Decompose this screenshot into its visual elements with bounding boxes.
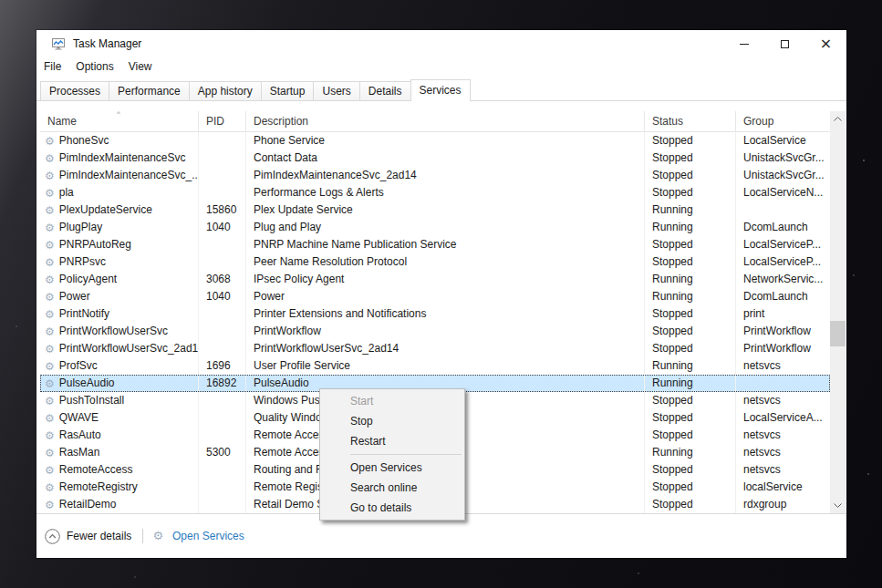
service-status-cell: Stopped (645, 392, 736, 409)
menu-item-view[interactable]: View (129, 57, 161, 77)
service-status-cell: Running (645, 219, 736, 236)
service-group-cell: LocalServiceN... (736, 184, 830, 201)
column-header-group[interactable]: Group (736, 111, 830, 132)
table-row[interactable]: ⚙PlexUpdateService15860Plex Update Servi… (40, 201, 830, 219)
table-row[interactable]: ⚙PrintNotifyPrinter Extensions and Notif… (40, 305, 830, 323)
column-header-status[interactable]: Status (645, 111, 736, 132)
menu-bar: FileOptionsView (36, 57, 846, 77)
service-group-cell: netsvcs (736, 444, 830, 461)
service-name: pla (59, 184, 74, 201)
gear-icon: ⚙ (45, 361, 55, 372)
service-name-cell: ⚙RemoteAccess (40, 461, 199, 479)
menu-item-options[interactable]: Options (76, 57, 121, 77)
gear-icon: ⚙ (152, 531, 163, 542)
gear-icon: ⚙ (45, 344, 55, 355)
minimize-icon (740, 44, 749, 45)
service-name: QWAVE (59, 409, 99, 427)
tab-startup[interactable]: Startup (261, 81, 315, 100)
vertical-scrollbar[interactable] (830, 111, 846, 513)
table-row[interactable]: ⚙PrintWorkflowUserSvc_2ad14PrintWorkflow… (40, 340, 830, 357)
service-name: PrintWorkflowUserSvc_2ad14 (59, 340, 199, 357)
service-status-cell: Stopped (645, 150, 736, 167)
service-pid-cell (199, 461, 246, 479)
open-services-link[interactable]: ⚙ Open Services (152, 530, 244, 542)
maximize-button[interactable] (764, 30, 805, 57)
service-pid-cell (199, 305, 246, 323)
gear-icon: ⚙ (45, 153, 55, 164)
table-row[interactable]: ⚙PimIndexMaintenanceSvc_...PimIndexMaint… (40, 167, 830, 184)
scroll-up-icon[interactable] (830, 111, 846, 127)
table-row[interactable]: ⚙Power1040PowerRunningDcomLaunch (40, 288, 830, 305)
gear-icon: ⚙ (45, 465, 55, 476)
service-name: PrintNotify (59, 305, 109, 323)
service-name-cell: ⚙RemoteRegistry (40, 479, 199, 496)
column-header-pid[interactable]: PID (199, 111, 246, 132)
service-group-cell: LocalServiceP... (736, 253, 830, 271)
table-row[interactable]: ⚙PlugPlay1040Plug and PlayRunningDcomLau… (40, 219, 830, 236)
service-description-cell: Peer Name Resolution Protocol (246, 253, 645, 271)
service-name: PimIndexMaintenanceSvc (59, 150, 186, 167)
tab-processes[interactable]: Processes (40, 81, 109, 100)
table-row[interactable]: ⚙PNRPAutoRegPNRP Machine Name Publicatio… (40, 236, 830, 253)
service-description-cell: Performance Logs & Alerts (246, 184, 645, 201)
service-description-cell: Plug and Play (246, 219, 645, 236)
minimize-button[interactable] (723, 30, 764, 57)
context-menu-item-search-online[interactable]: Search online (320, 478, 464, 498)
service-group-cell: LocalService (736, 132, 830, 150)
service-status-cell: Stopped (645, 496, 736, 513)
gear-icon: ⚙ (45, 500, 55, 511)
service-name-cell: ⚙RetailDemo (40, 496, 199, 513)
table-row[interactable]: ⚙PolicyAgent3068IPsec Policy AgentRunnin… (40, 271, 830, 288)
context-menu-item-go-to-details[interactable]: Go to details (320, 498, 464, 518)
table-row[interactable]: ⚙PimIndexMaintenanceSvcContact DataStopp… (40, 150, 830, 167)
service-name-cell: ⚙PimIndexMaintenanceSvc_... (40, 167, 199, 184)
table-row[interactable]: ⚙PhoneSvcPhone ServiceStoppedLocalServic… (40, 132, 830, 150)
service-pid-cell: 1040 (199, 288, 246, 305)
fewer-details-label: Fewer details (67, 530, 131, 542)
table-row[interactable]: ⚙PNRPsvcPeer Name Resolution ProtocolSto… (40, 253, 830, 271)
service-group-cell: print (736, 305, 830, 323)
context-menu-item-stop[interactable]: Stop (320, 411, 464, 431)
tab-services[interactable]: Services (410, 79, 471, 101)
service-pid-cell (199, 132, 246, 150)
column-header-description[interactable]: Description (246, 111, 645, 132)
tab-details[interactable]: Details (359, 81, 411, 100)
menu-item-file[interactable]: File (44, 57, 69, 77)
service-status-cell: Running (645, 444, 736, 461)
context-menu-separator (350, 454, 462, 455)
service-name: PNRPsvc (59, 253, 106, 271)
service-name: PlugPlay (59, 219, 102, 236)
table-row[interactable]: ⚙PrintWorkflowUserSvcPrintWorkflowStoppe… (40, 323, 830, 340)
service-name-cell: ⚙PlugPlay (40, 219, 199, 236)
context-menu-item-restart[interactable]: Restart (320, 431, 464, 451)
gear-icon: ⚙ (45, 430, 55, 441)
service-name: ProfSvc (59, 357, 98, 375)
table-row[interactable]: ⚙plaPerformance Logs & AlertsStoppedLoca… (40, 184, 830, 201)
service-status-cell: Running (645, 357, 736, 375)
service-group-cell: PrintWorkflow (736, 340, 830, 357)
scrollbar-thumb[interactable] (830, 321, 846, 346)
tab-performance[interactable]: Performance (109, 81, 190, 100)
service-pid-cell (199, 323, 246, 340)
service-name: PhoneSvc (59, 132, 109, 150)
close-button[interactable]: × (805, 30, 846, 57)
fewer-details-button[interactable]: Fewer details (45, 529, 131, 544)
gear-icon: ⚙ (45, 205, 55, 216)
caption-buttons: × (723, 30, 846, 57)
maximize-icon (781, 40, 789, 48)
scroll-down-icon[interactable] (830, 498, 846, 513)
service-status-cell: Running (645, 288, 736, 305)
service-pid-cell: 16892 (199, 375, 246, 392)
service-description-cell: Power (246, 288, 645, 305)
service-group-cell: DcomLaunch (736, 288, 830, 305)
table-row[interactable]: ⚙ProfSvc1696User Profile ServiceRunningn… (40, 357, 830, 375)
gear-icon: ⚙ (45, 309, 55, 320)
context-menu-item-open-services[interactable]: Open Services (320, 458, 464, 478)
tab-users[interactable]: Users (313, 81, 359, 100)
service-status-cell: Running (645, 201, 736, 219)
service-status-cell: Stopped (645, 132, 736, 150)
service-name: RemoteAccess (59, 461, 133, 479)
gear-icon: ⚙ (45, 188, 55, 199)
tab-app-history[interactable]: App history (189, 81, 262, 100)
gear-icon: ⚙ (45, 378, 55, 389)
